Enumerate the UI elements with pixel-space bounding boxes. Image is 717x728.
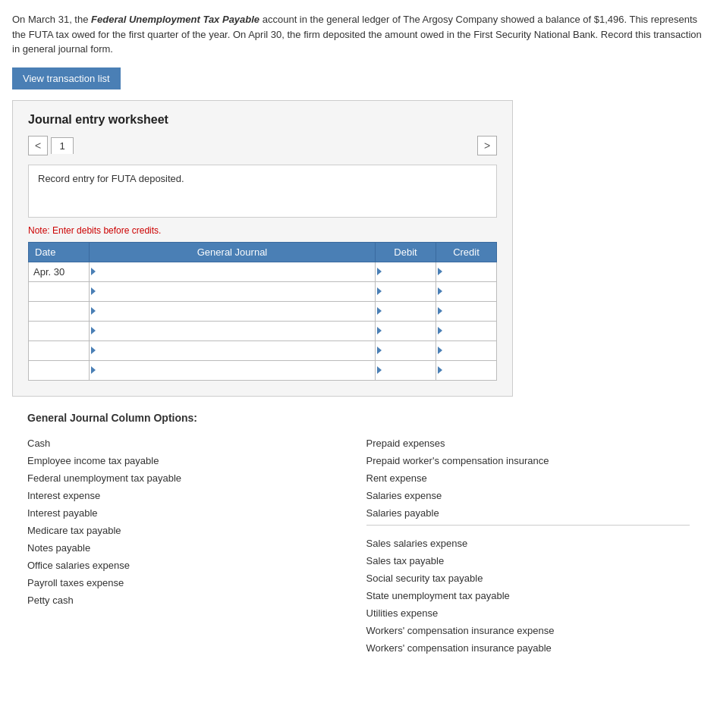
debit-input-2[interactable] — [376, 302, 436, 321]
journal-entry-worksheet: Journal entry worksheet < 1 > Record ent… — [12, 100, 513, 397]
view-transaction-list-button[interactable]: View transaction list — [12, 67, 121, 89]
table-row — [29, 281, 497, 301]
next-page-button[interactable]: > — [477, 136, 497, 155]
intro-paragraph: On March 31, the Federal Unemployment Ta… — [12, 12, 705, 57]
list-item: Utilities expense — [366, 604, 690, 622]
gj-input-5[interactable] — [90, 361, 375, 380]
cell-marker-icon — [91, 307, 96, 315]
gj-input-4[interactable] — [90, 341, 375, 360]
journal-table: Date General Journal Debit Credit Apr. 3… — [28, 242, 497, 381]
credit-cell-3[interactable] — [436, 321, 497, 340]
cell-marker-icon — [377, 347, 382, 354]
list-item: Employee income tax payable — [27, 452, 351, 469]
options-col-1: Cash Employee income tax payable Federal… — [27, 435, 366, 657]
date-cell-5 — [29, 360, 90, 380]
gj-cell-2[interactable] — [90, 301, 376, 321]
table-row — [29, 321, 497, 340]
cell-marker-icon — [91, 327, 96, 334]
gj-input-3[interactable] — [90, 322, 375, 340]
list-item: Office salaries expense — [27, 557, 351, 574]
debit-cell-1[interactable] — [376, 281, 436, 301]
cell-marker-icon — [91, 347, 96, 354]
note-text: Note: Enter debits before credits. — [28, 225, 497, 236]
list-item: Payroll taxes expense — [27, 574, 351, 592]
options-columns: Cash Employee income tax payable Federal… — [27, 435, 705, 657]
list-item: State unemployment tax payable — [366, 587, 690, 604]
list-item: Cash — [27, 435, 351, 452]
debit-input-4[interactable] — [376, 341, 436, 360]
list-item: Sales tax payable — [366, 552, 690, 570]
list-item: Prepaid expenses — [366, 435, 690, 452]
cell-marker-icon — [438, 287, 442, 295]
credit-input-2[interactable] — [436, 302, 496, 321]
cell-marker-icon — [438, 268, 442, 275]
credit-cell-4[interactable] — [436, 340, 497, 360]
table-row: Apr. 30 — [29, 262, 497, 281]
list-item: Medicare tax payable — [27, 522, 351, 539]
options-col-2: Prepaid expenses Prepaid worker's compen… — [366, 435, 706, 657]
prev-page-button[interactable]: < — [28, 136, 48, 155]
cell-marker-icon — [91, 366, 96, 374]
date-cell-4 — [29, 340, 90, 360]
gj-cell-1[interactable] — [90, 281, 376, 301]
gj-cell-0[interactable] — [90, 262, 376, 281]
credit-cell-5[interactable] — [436, 360, 497, 380]
cell-marker-icon — [91, 268, 96, 275]
debit-cell-4[interactable] — [376, 340, 436, 360]
debit-input-3[interactable] — [376, 322, 436, 340]
table-row — [29, 301, 497, 321]
cell-marker-icon — [377, 268, 382, 275]
date-cell-0: Apr. 30 — [29, 262, 90, 281]
debit-cell-0[interactable] — [376, 262, 436, 281]
gj-input-0[interactable] — [90, 262, 375, 281]
cell-marker-icon — [438, 327, 442, 334]
date-cell-3 — [29, 321, 90, 340]
cell-marker-icon — [377, 307, 382, 315]
col-header-date: Date — [29, 242, 90, 262]
cell-marker-icon — [377, 287, 382, 295]
list-item: Social security tax payable — [366, 570, 690, 587]
cell-marker-icon — [377, 366, 382, 374]
credit-input-1[interactable] — [436, 282, 496, 301]
credit-input-5[interactable] — [436, 361, 496, 380]
list-item: Notes payable — [27, 539, 351, 557]
date-cell-2 — [29, 301, 90, 321]
debit-cell-3[interactable] — [376, 321, 436, 340]
options-divider — [366, 525, 690, 532]
list-item: Workers' compensation insurance payable — [366, 639, 690, 657]
list-item: Workers' compensation insurance expense — [366, 622, 690, 639]
bold-italic-text: Federal Unemployment Tax Payable — [91, 14, 259, 25]
gj-cell-3[interactable] — [90, 321, 376, 340]
credit-input-0[interactable] — [436, 262, 496, 281]
gj-input-1[interactable] — [90, 282, 375, 301]
col-header-credit: Credit — [436, 242, 497, 262]
worksheet-title: Journal entry worksheet — [28, 113, 497, 127]
table-row — [29, 360, 497, 380]
credit-cell-2[interactable] — [436, 301, 497, 321]
options-section: General Journal Column Options: Cash Emp… — [12, 412, 705, 657]
gj-cell-4[interactable] — [90, 340, 376, 360]
entry-description-box: Record entry for FUTA deposited. — [28, 165, 497, 218]
cell-marker-icon — [438, 366, 442, 374]
debit-cell-5[interactable] — [376, 360, 436, 380]
col-header-debit: Debit — [376, 242, 436, 262]
cell-marker-icon — [377, 327, 382, 334]
credit-input-3[interactable] — [436, 322, 496, 340]
list-item: Salaries expense — [366, 487, 690, 504]
cell-marker-icon — [438, 347, 442, 354]
gj-cell-5[interactable] — [90, 360, 376, 380]
list-item: Interest payable — [27, 504, 351, 522]
credit-cell-0[interactable] — [436, 262, 497, 281]
date-cell-1 — [29, 281, 90, 301]
debit-input-0[interactable] — [376, 262, 436, 281]
debit-cell-2[interactable] — [376, 301, 436, 321]
list-item: Interest expense — [27, 487, 351, 504]
gj-input-2[interactable] — [90, 302, 375, 321]
debit-input-1[interactable] — [376, 282, 436, 301]
cell-marker-icon — [438, 307, 442, 315]
cell-marker-icon — [91, 287, 96, 295]
list-item: Salaries payable — [366, 504, 690, 522]
credit-input-4[interactable] — [436, 341, 496, 360]
credit-cell-1[interactable] — [436, 281, 497, 301]
debit-input-5[interactable] — [376, 361, 436, 380]
